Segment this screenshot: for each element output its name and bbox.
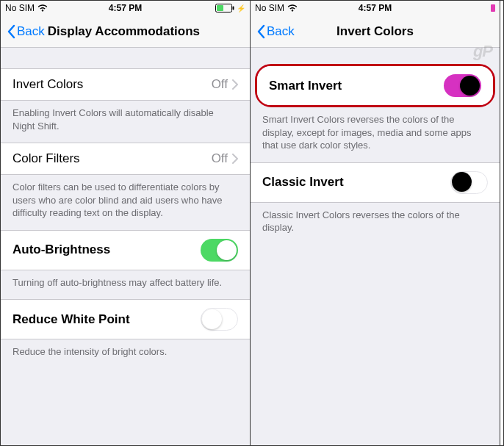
row-classic-invert: Classic Invert [251, 162, 500, 203]
page-title: Display Accommodations [48, 24, 200, 39]
phone-right: No SIM 4:57 PM Back Invert Colors gP Sma… [251, 1, 500, 445]
carrier-text: No SIM [5, 3, 35, 13]
watermark: gP [473, 42, 492, 61]
chevron-left-icon [256, 24, 265, 39]
row-label: Classic Invert [262, 175, 344, 190]
row-reduce-white-point: Reduce White Point [1, 299, 250, 339]
back-button[interactable]: Back [256, 24, 295, 39]
row-smart-invert: Smart Invert [257, 66, 493, 105]
row-auto-brightness: Auto-Brightness [1, 230, 250, 270]
chevron-right-icon [232, 154, 238, 164]
status-bar: No SIM 4:57 PM ⚡ [1, 1, 250, 15]
row-value: Off [212, 77, 228, 92]
carrier-text: No SIM [255, 3, 284, 13]
back-button[interactable]: Back [7, 24, 45, 39]
nav-bar: Back Display Accommodations [1, 15, 250, 48]
wifi-icon [287, 4, 298, 12]
wifi-icon [37, 4, 48, 12]
nav-bar: Back Invert Colors [251, 15, 500, 48]
phone-left: No SIM 4:57 PM ⚡ Back Display Accommodat… [1, 1, 251, 445]
highlight-ring: Smart Invert [255, 64, 495, 107]
row-label: Reduce White Point [12, 312, 130, 327]
status-time: 4:57 PM [359, 3, 392, 13]
battery-icon [215, 4, 234, 12]
row-value: Off [212, 151, 228, 166]
content-area: Smart Invert Smart Invert Colors reverse… [251, 48, 500, 445]
row-footer: Smart Invert Colors reverses the colors … [251, 107, 500, 162]
chevron-right-icon [232, 79, 238, 90]
battery-indicator [491, 4, 495, 12]
row-footer: Classic Invert Colors reverses the color… [251, 203, 500, 245]
chevron-left-icon [7, 24, 15, 39]
row-invert-colors[interactable]: Invert Colors Off [1, 68, 250, 101]
reduce-white-point-switch[interactable] [201, 308, 238, 331]
row-label: Auto-Brightness [12, 242, 110, 257]
auto-brightness-switch[interactable] [201, 239, 238, 262]
smart-invert-switch[interactable] [444, 74, 481, 97]
row-color-filters[interactable]: Color Filters Off [1, 143, 250, 175]
content-area: Invert Colors Off Enabling Invert Colors… [1, 48, 250, 445]
classic-invert-switch[interactable] [450, 171, 488, 194]
page-title: Invert Colors [336, 24, 414, 39]
svg-rect-2 [233, 7, 234, 10]
row-footer: Reduce the intensity of bright colors. [1, 339, 250, 369]
row-footer: Color filters can be used to differentia… [1, 175, 250, 230]
svg-rect-1 [217, 5, 223, 11]
charging-icon: ⚡ [237, 4, 245, 12]
back-label: Back [17, 24, 45, 39]
row-label: Smart Invert [269, 79, 342, 93]
row-label: Invert Colors [12, 77, 83, 92]
row-label: Color Filters [12, 151, 80, 166]
row-footer: Turning off auto-brightness may affect b… [1, 270, 250, 300]
status-bar: No SIM 4:57 PM [251, 1, 500, 15]
row-footer: Enabling Invert Colors will automaticall… [1, 101, 250, 143]
back-label: Back [267, 24, 295, 39]
status-time: 4:57 PM [109, 3, 142, 13]
